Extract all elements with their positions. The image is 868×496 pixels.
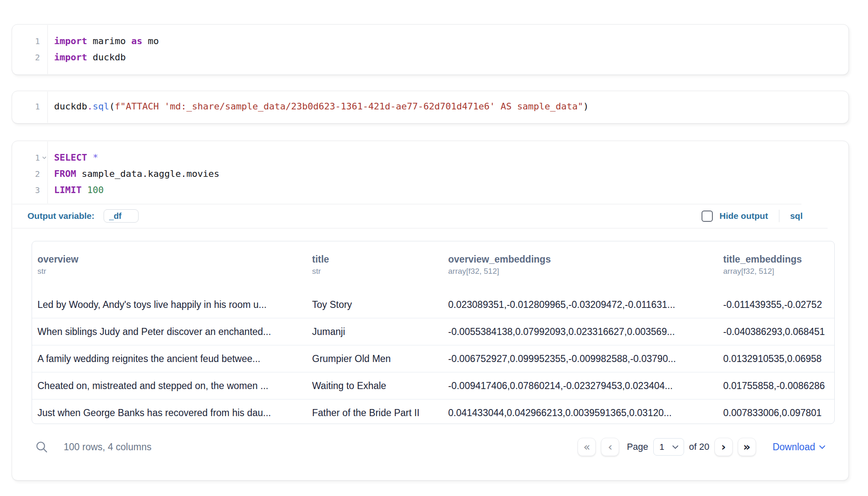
pagination: « ‹ Page 1 of 20 › » Download xyxy=(578,438,826,456)
code-editor[interactable]: 1import marimo as mo2import duckdb xyxy=(12,25,848,65)
code-token: marimo xyxy=(87,36,131,46)
table-row: Just when George Banks has recovered fro… xyxy=(32,399,834,424)
table-cell: Father of the Bride Part II xyxy=(312,407,448,419)
code-editor[interactable]: 1SELECT *2FROM sample_data.kaggle.movies… xyxy=(12,141,848,198)
page-select-value: 1 xyxy=(660,442,665,452)
vertical-divider xyxy=(779,210,779,222)
code-token xyxy=(87,152,92,163)
table-cell: When siblings Judy and Peter discover an… xyxy=(37,326,312,337)
line-number: 2 xyxy=(12,52,47,62)
marimo-notebook: 1import marimo as mo2import duckdb 1duck… xyxy=(0,0,868,496)
code-token: . xyxy=(87,101,92,112)
code-token: sample_data.kaggle.movies xyxy=(76,169,219,179)
table-cell: Cheated on, mistreated and stepped on, t… xyxy=(37,380,312,392)
search-icon[interactable] xyxy=(35,440,49,454)
table-cell: Led by Woody, Andy's toys live happily i… xyxy=(37,299,312,310)
code-token: f"ATTACH 'md:_share/sample_data/23b0d623… xyxy=(115,101,583,112)
column-header-overview[interactable]: overviewstr xyxy=(37,253,312,291)
code-token: FROM xyxy=(54,169,76,179)
chevron-down-icon xyxy=(672,445,679,449)
hide-output-toggle[interactable]: Hide output xyxy=(702,211,768,222)
table-row: Led by Woody, Andy's toys live happily i… xyxy=(32,291,834,318)
code-text: duckdb.sql(f"ATTACH 'md:_share/sample_da… xyxy=(47,101,589,112)
line-number: 1 xyxy=(12,36,47,46)
cell-attach: 1duckdb.sql(f"ATTACH 'md:_share/sample_d… xyxy=(12,91,849,124)
table-cell: Grumpier Old Men xyxy=(312,353,448,365)
code-line: 1import marimo as mo xyxy=(12,33,848,49)
download-button[interactable]: Download xyxy=(773,441,826,453)
output-bar-controls: Hide output sql xyxy=(702,210,803,222)
table-cell: 0.0132910535,0.06958 xyxy=(723,353,834,365)
code-text: import marimo as mo xyxy=(47,36,159,46)
code-token: * xyxy=(93,152,98,163)
code-token: as xyxy=(131,36,142,46)
code-line: 1duckdb.sql(f"ATTACH 'md:_share/sample_d… xyxy=(12,98,848,114)
code-text: LIMIT 100 xyxy=(47,185,104,195)
line-number: 1 xyxy=(12,102,47,112)
output-variable-group: Output variable: xyxy=(27,209,139,223)
table-row: Cheated on, mistreated and stepped on, t… xyxy=(32,372,834,399)
column-dtype: array[f32, 512] xyxy=(723,265,830,277)
output-bar: Output variable: Hide output sql xyxy=(12,204,848,228)
code-token: mo xyxy=(142,36,159,46)
cell-sql-query: 1SELECT *2FROM sample_data.kaggle.movies… xyxy=(12,141,849,481)
code-text: import duckdb xyxy=(47,52,126,62)
line-number: 3 xyxy=(12,185,47,195)
line-number: 2 xyxy=(12,169,47,179)
code-token: duckdb xyxy=(87,52,126,62)
next-page-button[interactable]: › xyxy=(714,438,733,456)
code-line: 2import duckdb xyxy=(12,49,848,65)
code-line: 1SELECT * xyxy=(12,149,848,166)
table-row: When siblings Judy and Peter discover an… xyxy=(32,318,834,345)
table-header-row: overviewstrtitlestroverview_embeddingsar… xyxy=(32,241,834,291)
code-token: sql xyxy=(93,101,109,112)
page-select[interactable]: 1 xyxy=(653,438,684,456)
code-editor[interactable]: 1duckdb.sql(f"ATTACH 'md:_share/sample_d… xyxy=(12,91,848,114)
table-cell: 0.041433044,0.042966213,0.0039591365,0.0… xyxy=(448,407,723,419)
code-token: ( xyxy=(109,101,114,112)
table-cell: -0.040386293,0.068451 xyxy=(723,326,834,337)
first-page-button[interactable]: « xyxy=(578,438,596,456)
code-text: FROM sample_data.kaggle.movies xyxy=(47,169,219,179)
code-text: SELECT * xyxy=(47,152,98,163)
column-name: overview xyxy=(37,253,308,265)
column-header-title_embeddings[interactable]: title_embeddingsarray[f32, 512] xyxy=(723,253,834,291)
table-cell: -0.009417406,0.07860214,-0.023279453,0.0… xyxy=(448,380,723,392)
column-header-overview_embeddings[interactable]: overview_embeddingsarray[f32, 512] xyxy=(448,253,723,291)
table-body: Led by Woody, Andy's toys live happily i… xyxy=(32,291,834,424)
line-number: 1 xyxy=(12,153,47,163)
output-variable-label: Output variable: xyxy=(27,211,94,221)
fold-chevron-icon[interactable] xyxy=(42,155,47,160)
table-footer: 100 rows, 4 columns « ‹ Page 1 of 20 › »… xyxy=(12,430,848,464)
cell-imports: 1import marimo as mo2import duckdb xyxy=(12,24,849,75)
column-name: title_embeddings xyxy=(723,253,830,265)
prev-page-button[interactable]: ‹ xyxy=(601,438,619,456)
column-header-title[interactable]: titlestr xyxy=(312,253,448,291)
table-cell: Toy Story xyxy=(312,299,448,310)
code-token: import xyxy=(54,52,87,62)
table-footer-left: 100 rows, 4 columns xyxy=(35,440,151,454)
column-dtype: str xyxy=(37,265,308,277)
language-badge: sql xyxy=(790,211,803,221)
code-line: 3LIMIT 100 xyxy=(12,182,848,198)
code-token: LIMIT xyxy=(54,185,82,195)
table-cell: -0.006752927,0.099952355,-0.009982588,-0… xyxy=(448,353,723,365)
output-table-divider xyxy=(12,228,828,228)
code-token: duckdb xyxy=(54,101,87,112)
table-row: A family wedding reignites the ancient f… xyxy=(32,345,834,372)
output-variable-input[interactable] xyxy=(104,209,139,223)
last-page-button[interactable]: » xyxy=(738,438,756,456)
hide-output-checkbox[interactable] xyxy=(702,211,713,222)
code-token: SELECT xyxy=(54,152,87,163)
table-cell: Jumanji xyxy=(312,326,448,337)
table-cell: 0.023089351,-0.012809965,-0.03209472,-0.… xyxy=(448,299,723,310)
column-dtype: str xyxy=(312,265,444,277)
table-cell: -0.011439355,-0.02752 xyxy=(723,299,834,310)
table-cell: A family wedding reignites the ancient f… xyxy=(37,353,312,365)
download-label: Download xyxy=(773,441,815,453)
table-cell: 0.007833006,0.097801 xyxy=(723,407,834,419)
table-cell: 0.01755858,-0.0086286 xyxy=(723,380,834,392)
code-token: ) xyxy=(583,101,589,112)
column-name: overview_embeddings xyxy=(448,253,719,265)
code-line: 2FROM sample_data.kaggle.movies xyxy=(12,166,848,182)
